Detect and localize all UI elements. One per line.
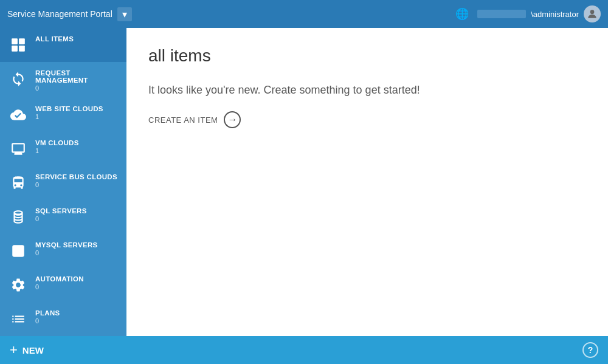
sidebar-item-count: 0 <box>35 84 119 92</box>
sidebar-item-label: VM CLOUDS <box>35 139 79 146</box>
sidebar-item-all-items[interactable]: ALL ITEMS <box>0 28 126 62</box>
avatar[interactable] <box>584 5 601 22</box>
sidebar-item-text: AUTOMATION 0 <box>35 274 84 290</box>
sidebar-item-text: WEB SITE CLOUDS 1 <box>35 104 103 120</box>
sidebar: ALL ITEMS REQUEST MANAGEMENT 0 WEB SITE … <box>0 28 126 336</box>
main-content: ALL ITEMS REQUEST MANAGEMENT 0 WEB SITE … <box>0 28 608 336</box>
app-title: Service Management Portal <box>7 9 112 19</box>
content-area: all items It looks like you're new. Crea… <box>126 28 608 336</box>
sidebar-item-count: 0 <box>35 317 60 325</box>
svg-text:My: My <box>15 249 22 255</box>
sidebar-item-text: SERVICE BUS CLOUDS 0 <box>35 172 117 188</box>
sidebar-item-mysql-servers[interactable]: My MYSQL SERVERS 0 <box>0 234 126 268</box>
sidebar-item-label: AUTOMATION <box>35 275 84 283</box>
svg-rect-2 <box>19 38 25 44</box>
welcome-message: It looks like you're new. Create somethi… <box>148 84 586 97</box>
user-name-bar <box>477 10 526 18</box>
sidebar-item-label: PLANS <box>35 309 60 317</box>
sidebar-item-request-management[interactable]: REQUEST MANAGEMENT 0 <box>0 62 126 98</box>
gear-icon <box>7 274 29 296</box>
sidebar-item-text: SQL SERVERS 0 <box>35 206 87 222</box>
sidebar-item-plans[interactable]: PLANS 0 <box>0 302 126 336</box>
sidebar-item-text: REQUEST MANAGEMENT 0 <box>35 68 119 92</box>
sidebar-item-service-bus-clouds[interactable]: SERVICE BUS CLOUDS 0 <box>0 166 126 200</box>
sidebar-item-label: MYSQL SERVERS <box>35 241 98 249</box>
header-dropdown-chevron[interactable]: ▾ <box>117 7 132 21</box>
svg-point-0 <box>590 10 595 14</box>
sidebar-item-label: ALL ITEMS <box>35 35 74 43</box>
sidebar-item-label: REQUEST MANAGEMENT <box>35 69 119 84</box>
help-label: ? <box>588 345 593 355</box>
svg-rect-3 <box>12 46 18 52</box>
sidebar-item-text: MYSQL SERVERS 0 <box>35 240 98 256</box>
grid-icon <box>7 34 29 56</box>
create-item-link[interactable]: CREATE AN ITEM → <box>148 111 586 128</box>
help-button[interactable]: ? <box>582 342 598 358</box>
sidebar-item-web-site-clouds[interactable]: WEB SITE CLOUDS 1 <box>0 98 126 132</box>
sidebar-item-label: SQL SERVERS <box>35 207 87 215</box>
cycle-icon <box>7 68 29 90</box>
user-name-label: \administrator <box>531 10 579 19</box>
monitor-icon <box>7 138 29 160</box>
sidebar-item-count: 0 <box>35 283 84 290</box>
plans-icon <box>7 308 29 330</box>
header: Service Management Portal ▾ 🌐 \administr… <box>0 0 608 28</box>
svg-rect-4 <box>19 46 25 52</box>
bus-icon <box>7 172 29 194</box>
header-right: 🌐 \administrator <box>455 5 601 22</box>
new-button[interactable]: + NEW <box>10 342 44 358</box>
sidebar-item-count: 0 <box>35 215 87 222</box>
bottom-bar: + NEW ? <box>0 336 608 364</box>
new-button-label: NEW <box>22 345 44 355</box>
sidebar-item-label: SERVICE BUS CLOUDS <box>35 173 117 180</box>
sidebar-item-text: VM CLOUDS 1 <box>35 138 79 154</box>
user-info: \administrator <box>477 5 601 22</box>
globe-icon[interactable]: 🌐 <box>455 7 469 21</box>
header-left: Service Management Portal ▾ <box>7 7 132 21</box>
sidebar-item-automation[interactable]: AUTOMATION 0 <box>0 268 126 302</box>
cloud-web-icon <box>7 104 29 126</box>
create-item-label[interactable]: CREATE AN ITEM <box>148 115 218 125</box>
sidebar-item-vm-clouds[interactable]: VM CLOUDS 1 <box>0 132 126 166</box>
sidebar-item-label: WEB SITE CLOUDS <box>35 105 103 112</box>
sql-icon <box>7 206 29 228</box>
sidebar-item-count: 1 <box>35 113 103 120</box>
sidebar-item-count: 0 <box>35 181 117 188</box>
sidebar-item-text: ALL ITEMS <box>35 34 74 43</box>
mysql-icon: My <box>7 240 29 262</box>
sidebar-item-text: PLANS 0 <box>35 308 60 325</box>
create-item-arrow-icon[interactable]: → <box>224 111 241 128</box>
sidebar-item-sql-servers[interactable]: SQL SERVERS 0 <box>0 200 126 234</box>
svg-rect-1 <box>12 38 18 44</box>
sidebar-item-count: 1 <box>35 147 79 154</box>
plus-icon: + <box>10 342 18 358</box>
sidebar-item-count: 0 <box>35 249 98 256</box>
page-title: all items <box>148 46 586 66</box>
